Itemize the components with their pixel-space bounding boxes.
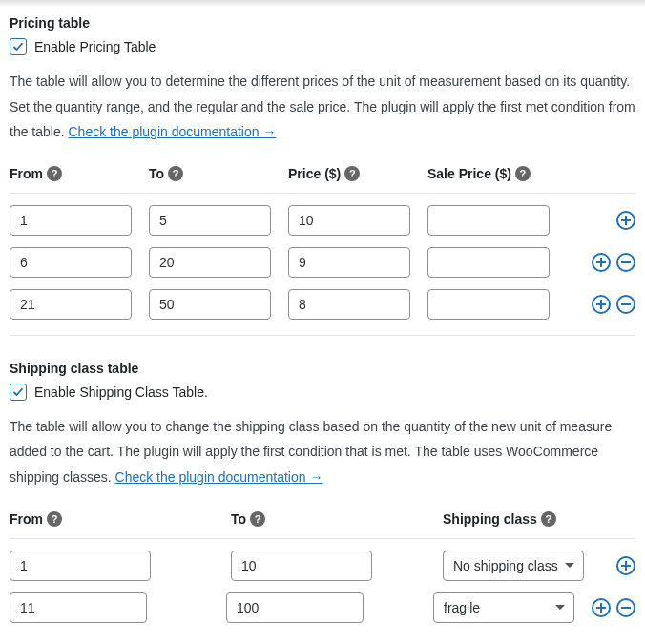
shipping-from-input[interactable] — [10, 592, 147, 623]
pricing-from-input[interactable] — [10, 289, 132, 320]
shipping-doc-link[interactable]: Check the plugin documentation → — [115, 469, 323, 485]
shipping-section: Shipping class table Enable Shipping Cla… — [0, 353, 645, 644]
enable-shipping-row[interactable]: Enable Shipping Class Table. — [10, 384, 635, 401]
shipping-row: No shipping classfragile — [10, 545, 635, 587]
add-row-button[interactable] — [616, 556, 635, 575]
shipping-class-select[interactable]: No shipping classfragile — [433, 592, 574, 623]
enable-pricing-row[interactable]: Enable Pricing Table — [10, 38, 635, 55]
pricing-header-price: Price ($) ? — [288, 166, 410, 181]
pricing-header-from: From ? — [10, 166, 132, 181]
pricing-saleprice-input[interactable] — [427, 247, 550, 278]
pricing-section: Pricing table Enable Pricing Table The t… — [0, 8, 645, 353]
remove-row-button[interactable] — [616, 598, 635, 617]
pricing-saleprice-input[interactable] — [427, 205, 550, 236]
help-icon[interactable]: ? — [47, 511, 62, 527]
help-icon[interactable]: ? — [250, 511, 265, 527]
pricing-header-saleprice: Sale Price ($) ? — [427, 166, 550, 181]
shipping-to-input[interactable] — [231, 551, 372, 581]
shipping-from-input[interactable] — [10, 551, 151, 581]
enable-shipping-checkbox[interactable] — [10, 384, 27, 401]
enable-shipping-label: Enable Shipping Class Table. — [34, 384, 208, 400]
remove-row-button[interactable] — [616, 295, 635, 314]
pricing-doc-link[interactable]: Check the plugin documentation → — [69, 124, 277, 139]
add-row-button[interactable] — [616, 211, 635, 230]
pricing-saleprice-input[interactable] — [427, 289, 550, 320]
help-icon[interactable]: ? — [515, 166, 531, 181]
remove-row-button[interactable] — [616, 253, 635, 272]
help-icon[interactable]: ? — [168, 166, 183, 181]
shipping-title: Shipping class table — [10, 361, 635, 376]
pricing-row — [10, 283, 635, 325]
pricing-header-row: From ? To ? Price ($) ? Sale Price ($) ? — [10, 158, 635, 194]
pricing-price-input[interactable] — [288, 247, 410, 278]
pricing-title: Pricing table — [10, 15, 635, 31]
help-icon[interactable]: ? — [47, 166, 62, 181]
pricing-to-input[interactable] — [149, 247, 271, 278]
pricing-from-input[interactable] — [10, 205, 132, 236]
shipping-header-class: Shipping class ? — [443, 511, 584, 527]
shipping-header-row: From ? To ? Shipping class ? — [10, 504, 635, 539]
add-row-button[interactable] — [592, 598, 611, 617]
pricing-row — [10, 199, 635, 241]
add-row-button[interactable] — [592, 253, 611, 272]
pricing-description: The table will allow you to determine th… — [10, 69, 635, 145]
add-row-button[interactable] — [592, 295, 611, 314]
pricing-row — [10, 241, 635, 283]
divider — [10, 335, 635, 336]
shipping-description: The table will allow you to change the s… — [10, 414, 635, 490]
help-icon[interactable]: ? — [344, 166, 360, 181]
pricing-price-input[interactable] — [288, 205, 410, 236]
pricing-price-input[interactable] — [288, 289, 410, 320]
pricing-header-to: To ? — [149, 166, 271, 181]
shipping-row: No shipping classfragile — [10, 587, 635, 629]
shipping-to-input[interactable] — [226, 592, 364, 623]
shipping-header-to: To ? — [231, 511, 372, 527]
pricing-from-input[interactable] — [10, 247, 132, 278]
help-icon[interactable]: ? — [541, 511, 556, 527]
shipping-header-from: From ? — [10, 511, 151, 527]
enable-pricing-checkbox[interactable] — [10, 38, 27, 55]
enable-pricing-label: Enable Pricing Table — [34, 39, 156, 54]
pricing-to-input[interactable] — [149, 289, 271, 320]
pricing-to-input[interactable] — [149, 205, 271, 236]
shipping-class-select[interactable]: No shipping classfragile — [443, 551, 584, 581]
